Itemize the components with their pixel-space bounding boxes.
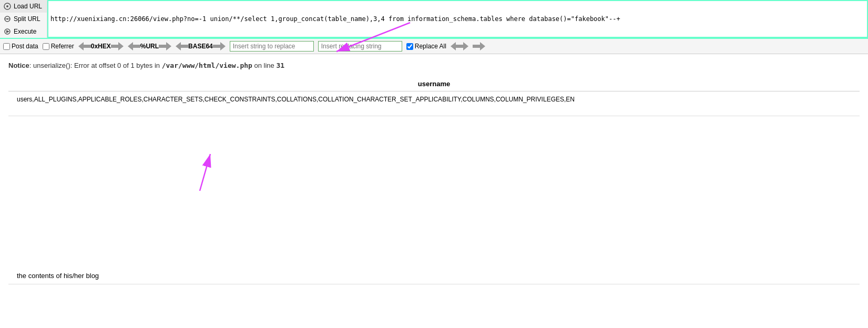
replace-right-arrow	[463, 42, 468, 50]
execute-icon	[3, 27, 12, 36]
url-left-arrow	[128, 42, 133, 50]
url-label: %URL	[140, 43, 159, 50]
replace-mid-bar	[456, 45, 463, 48]
empty-space	[8, 120, 860, 268]
hex-left-arrow	[78, 42, 84, 50]
post-data-checkbox-label[interactable]: Post data	[3, 43, 38, 50]
execute-button[interactable]: Execute	[0, 25, 47, 38]
url-input[interactable]	[50, 15, 865, 23]
separator-1	[8, 116, 860, 116]
svg-point-1	[6, 5, 8, 7]
insert-string-input[interactable]	[230, 41, 314, 52]
execute-label: Execute	[14, 28, 36, 35]
url-mid-bar	[133, 45, 140, 48]
replace-all-label[interactable]: Replace All	[406, 43, 446, 50]
url-encode-group[interactable]: %URL	[128, 42, 171, 50]
hex-mid-bar2	[111, 45, 118, 48]
hex-right-arrow	[118, 42, 124, 50]
svg-point-4	[7, 18, 8, 20]
replace-all-text: Replace All	[415, 43, 446, 50]
result-table: username users,ALL_PLUGINS,APPLICABLE_RO…	[8, 77, 860, 107]
svg-marker-6	[6, 30, 9, 33]
notice-prefix: Notice	[8, 62, 29, 69]
load-url-button[interactable]: Load URL	[0, 0, 47, 13]
referrer-label: Referrer	[51, 43, 74, 50]
replace-left-arrow	[451, 42, 456, 50]
data-cell: users,ALL_PLUGINS,APPLICABLE_ROLES,CHARA…	[8, 91, 860, 108]
base64-mid-bar2	[213, 45, 220, 48]
load-url-label: Load URL	[14, 3, 42, 10]
base64-label: BASE64	[188, 43, 213, 50]
replace2-right-arrow	[480, 42, 485, 50]
notice-line: 31	[276, 62, 284, 69]
notice-filepath: /var/www/html/view.php	[162, 62, 252, 69]
replace-all-checkbox[interactable]	[406, 43, 413, 50]
replace-exec2-group[interactable]	[473, 42, 485, 50]
notice-suffix: on line	[252, 62, 277, 69]
notice-bar: Notice: unserialize(): Error at offset 0…	[8, 58, 860, 73]
base64-left-arrow	[176, 42, 181, 50]
column-header: username	[8, 77, 860, 91]
hex-mid-bar	[84, 45, 91, 48]
hex-encode-group[interactable]: 0xHEX	[78, 42, 124, 50]
split-url-icon	[3, 15, 12, 23]
separator-2	[8, 284, 860, 284]
base64-right-arrow	[220, 42, 226, 50]
split-url-label: Split URL	[14, 15, 40, 23]
referrer-checkbox[interactable]	[43, 43, 49, 50]
url-mid-bar2	[159, 45, 166, 48]
base64-encode-group[interactable]: BASE64	[176, 42, 226, 50]
url-right-arrow	[166, 42, 171, 50]
post-data-checkbox[interactable]	[3, 43, 10, 50]
replace2-mid-bar	[473, 45, 480, 48]
insert-replacing-input[interactable]	[318, 41, 402, 52]
hex-label: 0xHEX	[91, 43, 111, 50]
load-url-icon	[3, 2, 12, 11]
referrer-checkbox-label[interactable]: Referrer	[43, 43, 74, 50]
table-row: users,ALL_PLUGINS,APPLICABLE_ROLES,CHARA…	[8, 91, 860, 108]
notice-message: : unserialize(): Error at offset 0 of 1 …	[29, 62, 162, 69]
replace-execute-group[interactable]	[451, 42, 468, 50]
split-url-button[interactable]: Split URL	[0, 13, 47, 25]
post-data-label: Post data	[12, 43, 38, 50]
footer-text: the contents of his/her blog	[17, 272, 99, 280]
footer-text-wrapper: the contents of his/her blog	[8, 268, 860, 280]
base64-mid-bar	[181, 45, 188, 48]
